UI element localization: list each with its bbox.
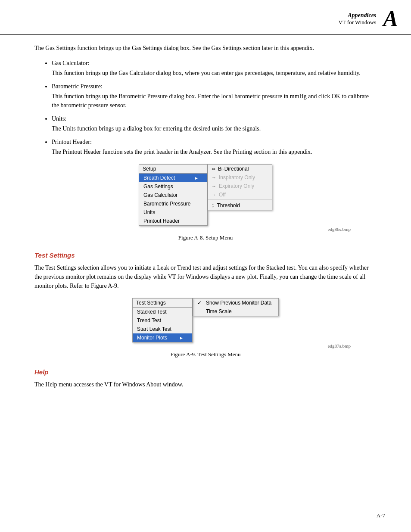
bullet-title-baro: Barometric Pressure: <box>52 83 103 90</box>
checkmark-icon: ✓ <box>197 300 203 306</box>
page-header: Appendices VT for Windows A <box>0 0 411 35</box>
bullet-body-printout: The Printout Header function sets the pr… <box>52 147 377 156</box>
page-number: A-7 <box>377 512 385 519</box>
bullet-title-printout: Printout Header: <box>52 139 92 145</box>
submenu-item-insp: → Inspiratory Only <box>208 173 272 182</box>
submenu-arrow: ► <box>194 176 199 180</box>
setup-menu: Setup Breath Detect ► Gas Settings Gas C… <box>139 164 208 226</box>
test-settings-menu-screenshot: Test Settings Stacked Test Trend Test St… <box>132 298 279 342</box>
exp-icon: → <box>212 184 216 189</box>
setup-menu-title: Setup <box>139 165 207 174</box>
bullet-body-gas-calc: This function brings up the Gas Calculat… <box>52 68 377 78</box>
menu-item-breath-detect: Breath Detect ► <box>139 174 207 182</box>
bullet-title-gas-calc: Gas Calculator: <box>52 60 89 66</box>
header-letter: A <box>383 8 398 30</box>
menu-item-printout: Printout Header <box>139 217 207 225</box>
menu-item-monitor-plots: Monitor Plots ► <box>133 333 192 342</box>
help-heading: Help <box>34 368 377 376</box>
main-content: The Gas Settings function brings up the … <box>0 35 411 408</box>
no-checkmark-icon <box>197 308 203 314</box>
menu-item-units: Units <box>139 208 207 217</box>
figure-a8-container: Setup Breath Detect ► Gas Settings Gas C… <box>34 164 377 241</box>
menu-item-trend: Trend Test <box>133 316 192 325</box>
monitor-plots-submenu: ✓ Show Previous Monitor Data Time Scale <box>193 298 279 316</box>
setup-menu-screenshot: Setup Breath Detect ► Gas Settings Gas C… <box>139 164 272 226</box>
test-settings-para: The Test Settings selection allows you t… <box>34 263 377 290</box>
breath-detect-submenu: ⇔ Bi-Directional → Inspiratory Only → Ex… <box>208 164 272 210</box>
figure-a9-note: edg87s.bmp <box>328 343 351 348</box>
test-settings-menu: Test Settings Stacked Test Trend Test St… <box>132 298 193 342</box>
test-settings-menu-title: Test Settings <box>133 299 192 308</box>
threshold-icon: ↕ <box>212 202 215 208</box>
menu-item-stacked: Stacked Test <box>133 308 192 316</box>
figure-a8-caption: Figure A-8. Setup Menu <box>178 234 233 241</box>
list-item: Printout Header: The Printout Header fun… <box>52 137 377 156</box>
header-subtitle: VT for Windows <box>338 19 376 26</box>
list-item: Units: The Units function brings up a di… <box>52 114 377 133</box>
submenu-item-off: → Off <box>208 190 272 200</box>
menu-item-barometric: Barometric Pressure <box>139 199 207 208</box>
submenu-item-time-scale: Time Scale <box>193 307 278 316</box>
monitor-plots-arrow: ► <box>179 336 184 340</box>
submenu-item-threshold: ↕ Threshold <box>208 201 272 210</box>
list-item: Barometric Pressure: This function bring… <box>52 82 377 110</box>
bidir-icon: ⇔ <box>212 166 215 172</box>
figure-a9-container: Test Settings Stacked Test Trend Test St… <box>34 298 377 358</box>
off-icon: → <box>212 192 216 197</box>
submenu-item-bidir: ⇔ Bi-Directional <box>208 165 272 173</box>
header-appendices: Appendices <box>338 12 376 19</box>
submenu-item-show-previous: ✓ Show Previous Monitor Data <box>193 299 278 307</box>
bullet-list: Gas Calculator: This function brings up … <box>52 59 377 156</box>
test-settings-heading: Test Settings <box>34 252 377 259</box>
submenu-item-exp: → Expiratory Only <box>208 182 272 190</box>
menu-item-leak: Start Leak Test <box>133 325 192 333</box>
bullet-body-baro: This function brings up the Barometric P… <box>52 92 377 110</box>
help-para: The Help menu accesses the VT for Window… <box>34 380 377 389</box>
header-text: Appendices VT for Windows <box>338 12 376 26</box>
figure-a8-note: edg86s.bmp <box>328 227 351 232</box>
insp-icon: → <box>212 175 216 180</box>
bullet-title-units: Units: <box>52 115 66 122</box>
list-item: Gas Calculator: This function brings up … <box>52 59 377 78</box>
menu-item-gas-calculator: Gas Calculator <box>139 191 207 199</box>
menu-item-gas-settings: Gas Settings <box>139 182 207 191</box>
intro-paragraph: The Gas Settings function brings up the … <box>34 44 377 53</box>
figure-a9-caption: Figure A-9. Test Settings Menu <box>170 351 240 358</box>
bullet-body-units: The Units function brings up a dialog bo… <box>52 124 377 133</box>
header-right: Appendices VT for Windows A <box>338 8 398 30</box>
